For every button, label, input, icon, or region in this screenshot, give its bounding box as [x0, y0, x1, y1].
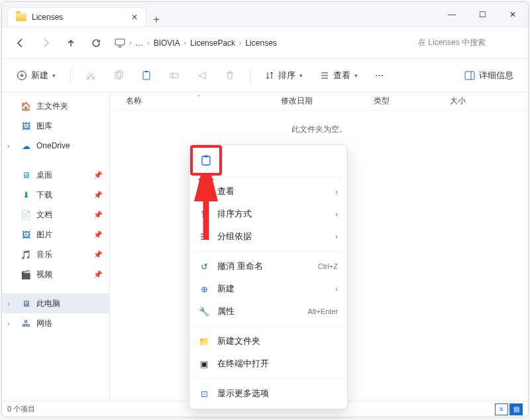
network-icon: 🖧 — [21, 318, 31, 329]
pin-icon: 📌 — [93, 211, 103, 219]
context-undo[interactable]: ↺撤消 重命名Ctrl+Z — [189, 255, 347, 278]
view-label: 查看 — [333, 70, 350, 81]
context-group[interactable]: ☰分组依据› — [189, 225, 347, 248]
back-button[interactable] — [10, 32, 31, 54]
view-button[interactable]: 查看 ▾ — [315, 64, 363, 87]
item-count: 0 个项目 — [7, 404, 35, 414]
terminal-icon: ▣ — [199, 358, 209, 369]
paste-button[interactable] — [136, 64, 157, 87]
breadcrumb-item[interactable]: LicensePack — [190, 38, 235, 48]
new-tab-button[interactable]: ＋ — [146, 13, 166, 26]
share-button[interactable] — [191, 64, 213, 87]
breadcrumb-item[interactable]: Licenses — [245, 38, 276, 48]
plus-icon: ⊕ — [199, 284, 209, 294]
svg-rect-11 — [205, 156, 208, 158]
context-terminal[interactable]: ▣在终端中打开 — [189, 352, 347, 375]
context-new[interactable]: ⊕新建› — [189, 278, 347, 300]
folder-plus-icon: 📁 — [199, 336, 209, 346]
svg-rect-6 — [143, 72, 150, 79]
close-button[interactable]: ✕ — [498, 3, 528, 26]
chevron-right-icon[interactable]: › — [7, 300, 9, 307]
tab-active[interactable]: Licenses ✕ — [7, 7, 146, 26]
sidebar: 🏠主文件夹 🖼图库 ›☁OneDrive 🖥桌面📌 ⬇下载📌 📄文档📌 🖼图片📌… — [2, 92, 110, 401]
chevron-right-icon: › — [239, 39, 241, 46]
nav-bar: › … › BIOVIA › LicensePack › Licenses 在 … — [2, 27, 528, 59]
sidebar-item-downloads[interactable]: ⬇下载📌 — [2, 185, 109, 205]
column-type[interactable]: 类型 — [368, 95, 445, 107]
close-tab-icon[interactable]: ✕ — [131, 13, 138, 22]
copy-button[interactable] — [108, 64, 129, 87]
undo-icon: ↺ — [199, 261, 209, 272]
chevron-right-icon: › — [147, 39, 149, 46]
svg-rect-9 — [465, 72, 474, 79]
paste-icon[interactable] — [199, 153, 213, 168]
delete-button[interactable] — [219, 64, 240, 87]
group-icon: ☰ — [199, 231, 209, 242]
sidebar-item-onedrive[interactable]: ›☁OneDrive — [2, 136, 109, 156]
context-more-options[interactable]: ⊡显示更多选项 — [189, 382, 347, 405]
sidebar-item-home[interactable]: 🏠主文件夹 — [2, 96, 109, 116]
sidebar-item-pictures[interactable]: 🖼图片📌 — [2, 225, 109, 244]
details-label: 详细信息 — [479, 70, 513, 81]
context-properties[interactable]: 🔧属性Alt+Enter — [189, 300, 347, 323]
new-button[interactable]: 新建 ▾ — [11, 64, 61, 87]
chevron-right-icon: › — [335, 285, 338, 293]
chevron-right-icon: › — [335, 210, 338, 218]
column-name[interactable]: 名称⌃ — [110, 95, 276, 107]
pc-icon: 🖥 — [21, 298, 31, 309]
cloud-icon: ☁ — [21, 140, 31, 151]
forward-button[interactable] — [35, 32, 56, 54]
sidebar-item-thispc[interactable]: ›🖥此电脑 — [2, 293, 109, 313]
breadcrumb: › … › BIOVIA › LicensePack › Licenses — [111, 38, 410, 48]
sidebar-item-network[interactable]: ›🖧网络 — [2, 313, 109, 333]
more-button[interactable]: ⋯ — [370, 64, 389, 87]
chevron-right-icon[interactable]: › — [7, 320, 9, 327]
sidebar-item-gallery[interactable]: 🖼图库 — [2, 116, 109, 136]
wrench-icon: 🔧 — [199, 306, 209, 317]
pc-icon — [115, 38, 125, 48]
sidebar-item-music[interactable]: 🎵音乐📌 — [2, 244, 109, 264]
maximize-button[interactable]: ☐ — [467, 3, 498, 26]
shortcut-label: Alt+Enter — [307, 307, 338, 315]
breadcrumb-item[interactable]: BIOVIA — [154, 38, 180, 48]
rename-button[interactable] — [164, 64, 185, 87]
breadcrumb-overflow[interactable]: … — [135, 38, 143, 48]
minimize-button[interactable]: — — [437, 3, 467, 26]
shortcut-label: Ctrl+Z — [318, 262, 338, 270]
column-date[interactable]: 修改日期 — [276, 95, 368, 107]
column-size[interactable]: 大小 — [445, 95, 528, 107]
chevron-right-icon: › — [184, 39, 186, 46]
list-view-button[interactable]: ≡ — [495, 403, 508, 415]
video-icon: 🎬 — [21, 269, 31, 280]
chevron-right-icon[interactable]: › — [7, 142, 9, 150]
pin-icon: 📌 — [93, 231, 103, 239]
up-button[interactable] — [60, 32, 81, 54]
toolbar: 新建 ▾ 排序 ▾ 查看 ▾ ⋯ 详细信息 — [2, 59, 528, 92]
sort-label: 排序 — [278, 70, 295, 81]
gallery-icon: 🖼 — [21, 121, 31, 131]
tab-title: Licenses — [32, 13, 126, 22]
empty-message: 此文件夹为空。 — [110, 111, 528, 135]
more-icon: ⊡ — [199, 388, 209, 399]
details-view-button[interactable]: ▤ — [509, 403, 523, 415]
context-sort[interactable]: ⇅排序方式› — [189, 203, 347, 225]
svg-rect-0 — [115, 39, 125, 45]
refresh-button[interactable] — [85, 32, 107, 54]
context-new-folder[interactable]: 📁新建文件夹 — [189, 330, 347, 352]
details-pane-button[interactable]: 详细信息 — [459, 64, 519, 87]
context-view[interactable]: ▦查看› — [189, 180, 347, 203]
chevron-right-icon: › — [335, 187, 338, 195]
view-mode-controls: ≡ ▤ — [495, 403, 523, 415]
pin-icon: 📌 — [93, 171, 103, 180]
pin-icon: 📌 — [93, 250, 103, 259]
context-menu: ▦查看› ⇅排序方式› ☰分组依据› ↺撤消 重命名Ctrl+Z ⊕新建› 🔧属… — [189, 144, 348, 409]
chevron-right-icon: › — [335, 233, 338, 240]
sidebar-item-desktop[interactable]: 🖥桌面📌 — [2, 165, 109, 185]
sidebar-item-videos[interactable]: 🎬视频📌 — [2, 264, 109, 284]
sidebar-item-documents[interactable]: 📄文档📌 — [2, 205, 109, 225]
sort-button[interactable]: 排序 ▾ — [260, 64, 308, 87]
search-input[interactable]: 在 Licenses 中搜索 — [414, 34, 520, 51]
cut-button[interactable] — [80, 64, 101, 87]
chevron-right-icon: › — [129, 39, 131, 46]
pictures-icon: 🖼 — [21, 229, 31, 240]
